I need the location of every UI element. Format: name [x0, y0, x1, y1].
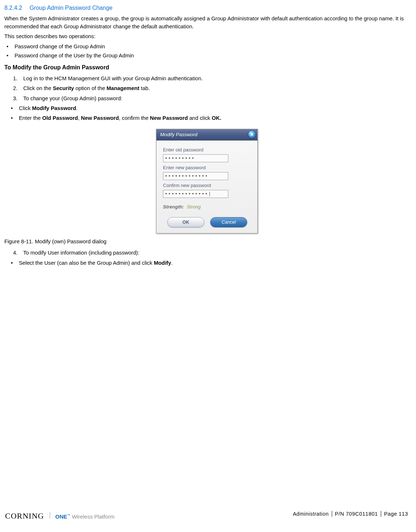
modify-password-dialog: Modify Password Enter old password •••••… — [156, 129, 258, 233]
footer-divider — [381, 511, 381, 517]
cancel-button[interactable]: Cancel — [210, 217, 247, 227]
sub-bullet-item: Enter the Old Password, New Password, co… — [9, 114, 409, 122]
step-item: 2. Click on the Security option of the M… — [13, 85, 409, 92]
step-text: Log in to the HCM Management GUI with yo… — [23, 76, 203, 81]
step-text: To modify User information (including pa… — [23, 250, 139, 256]
footer-divider — [332, 511, 332, 517]
ok-button[interactable]: OK — [167, 217, 204, 227]
new-password-label: Enter new password — [163, 165, 252, 171]
operations-list: Password change of the Group Admin Passw… — [4, 43, 409, 60]
step-item: 3.To change your (Group Admin) password: — [13, 95, 409, 102]
footer-brand: CORNING ONE™ Wireless Platform — [5, 510, 114, 522]
new-password-input[interactable]: ••••••••••••• — [163, 172, 228, 180]
section-title: Group Admin Password Change — [29, 5, 113, 11]
old-password-label: Enter old password — [163, 147, 252, 154]
step-text: To change your (Group Admin) password: — [23, 96, 122, 101]
strength-value: Strong — [187, 204, 200, 210]
operation-item: Password change of the User by the Group… — [4, 52, 409, 60]
brand-tag: Wireless Platform — [72, 513, 115, 520]
step-text: Click on the Security option of the Mana… — [23, 85, 150, 91]
sub-bullet-item: Click Modify Password. — [9, 105, 409, 112]
footer-section: Administration — [293, 511, 329, 517]
desc-paragraph: This section describes two operations: — [4, 33, 409, 40]
confirm-password-label: Confirm new password — [163, 182, 252, 189]
sub-bullet-item: Select the User (can also be the Group A… — [9, 259, 409, 267]
step-item: 1.Log in to the HCM Management GUI with … — [13, 75, 409, 82]
sub-bullet-list-2: Select the User (can also be the Group A… — [9, 259, 409, 267]
sub-bullet-list: Click Modify Password. Enter the Old Pas… — [9, 105, 409, 122]
section-heading: 8.2.4.2 Group Admin Password Change — [4, 4, 409, 12]
brand-divider — [50, 512, 50, 519]
intro-paragraph: When the System Administrator creates a … — [4, 15, 409, 31]
close-icon[interactable] — [248, 130, 256, 138]
dialog-titlebar: Modify Password — [156, 129, 257, 141]
dialog-footer: OK Cancel — [163, 217, 252, 229]
page-footer: CORNING ONE™ Wireless Platform Administr… — [0, 510, 416, 522]
confirm-password-input[interactable]: •••••••••••••| — [163, 190, 228, 198]
figure-caption: Figure 8-11. Modify (own) Password dialo… — [4, 238, 409, 245]
footer-meta: Administration P/N 709C011801 Page 113 — [293, 510, 408, 518]
dialog-body: Enter old password ••••••••• Enter new p… — [156, 141, 257, 233]
step-item: 4.To modify User information (including … — [13, 249, 409, 257]
brand-corning: CORNING — [5, 510, 44, 522]
steps-list: 1.Log in to the HCM Management GUI with … — [13, 75, 409, 102]
section-number: 8.2.4.2 — [4, 4, 22, 12]
footer-page: Page 113 — [384, 511, 408, 517]
operation-item: Password change of the Group Admin — [4, 43, 409, 50]
dialog-screenshot: Modify Password Enter old password •••••… — [4, 129, 409, 233]
strength-label: Strength: — [163, 204, 184, 210]
brand-one-group: ONE™ Wireless Platform — [55, 513, 114, 521]
footer-pn: P/N 709C011801 — [335, 511, 378, 517]
old-password-input[interactable]: ••••••••• — [163, 154, 228, 162]
strength-row: Strength: Strong — [163, 204, 252, 211]
steps-list-continued: 4.To modify User information (including … — [13, 249, 409, 257]
dialog-title: Modify Password — [160, 132, 197, 137]
sub-heading: To Modify the Group Admin Password — [4, 63, 409, 72]
brand-one: ONE™ — [55, 513, 70, 520]
